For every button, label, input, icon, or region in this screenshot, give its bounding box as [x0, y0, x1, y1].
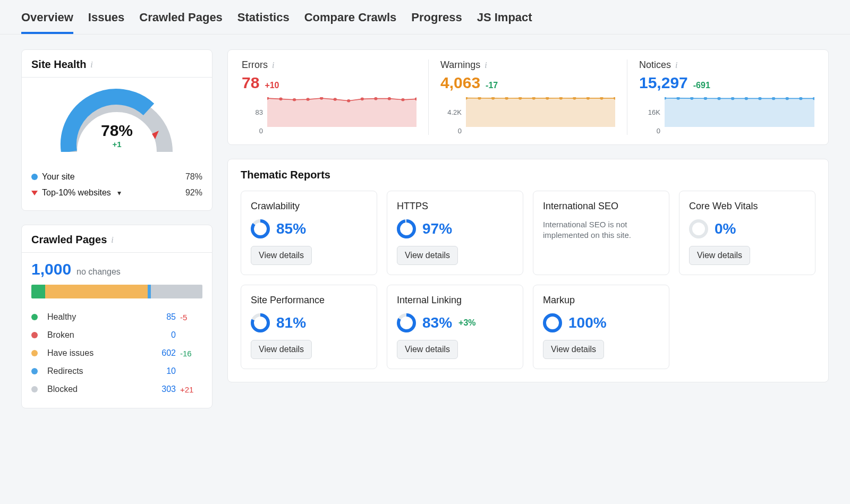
axis-label: 83: [242, 108, 263, 116]
site-health-card: Site Health i 78% +1: [21, 49, 212, 211]
metric-label: Warnings: [440, 59, 480, 71]
crawled-row-name: Broken: [31, 330, 149, 340]
crawled-row-name: Healthy: [31, 312, 149, 322]
svg-point-7: [347, 99, 350, 102]
crawled-row-name: Have issues: [31, 348, 149, 358]
chevron-down-icon: ▾: [117, 189, 121, 197]
tab-compare-crawls[interactable]: Compare Crawls: [304, 11, 397, 34]
crawled-row-count: 602: [149, 348, 176, 358]
donut-icon: [397, 313, 416, 332]
report-percent: 85%: [276, 220, 306, 237]
report-percent: 83%: [422, 314, 452, 331]
bar-segment: [151, 285, 202, 298]
crawled-row-count: 10: [149, 366, 176, 376]
svg-point-4: [306, 98, 309, 101]
axis-label: 0: [440, 127, 462, 135]
crawled-row[interactable]: Redirects10: [31, 362, 202, 380]
crawled-row-delta: +21: [176, 385, 202, 394]
tab-statistics[interactable]: Statistics: [237, 11, 290, 34]
gauge-percent: 78%: [101, 122, 133, 140]
info-icon[interactable]: i: [675, 61, 677, 70]
report-core-web-vitals: Core Web Vitals0%View details: [679, 191, 815, 275]
svg-point-41: [691, 221, 707, 237]
legend-value: 78%: [185, 172, 202, 182]
crawled-row[interactable]: Broken0: [31, 326, 202, 344]
site-health-gauge: 78% +1: [53, 88, 181, 152]
info-icon[interactable]: i: [90, 60, 92, 70]
site-health-title: Site Health: [31, 58, 86, 71]
crawled-note: no changes: [76, 267, 121, 277]
legend-your-site: Your site 78%: [31, 169, 202, 185]
report-title: Site Performance: [251, 295, 367, 306]
axis-label: 0: [639, 127, 660, 135]
crawled-title: Crawled Pages: [31, 234, 107, 246]
metric-warnings[interactable]: Warningsi4,063-174.2K0: [429, 59, 627, 135]
report-https: HTTPS97%View details: [387, 191, 523, 275]
crawled-row[interactable]: Have issues602-16: [31, 344, 202, 362]
svg-point-9: [374, 97, 377, 100]
report-title: HTTPS: [397, 201, 513, 212]
dot-icon: [31, 368, 38, 374]
view-details-button[interactable]: View details: [397, 246, 458, 265]
metric-notices[interactable]: Noticesi15,297-69116K0: [627, 59, 826, 135]
report-message: International SEO is not implemented on …: [543, 219, 659, 240]
crawled-bar: [31, 285, 202, 298]
crawled-row-delta: -5: [176, 313, 202, 322]
axis-label: 0: [242, 127, 263, 135]
view-details-button[interactable]: View details: [397, 340, 458, 359]
report-title: International SEO: [543, 201, 659, 212]
report-site-performance: Site Performance81%View details: [241, 285, 377, 369]
tab-progress[interactable]: Progress: [411, 11, 462, 34]
legend-top10[interactable]: Top-10% websites ▾ 92%: [31, 185, 202, 201]
info-icon[interactable]: i: [484, 61, 487, 70]
svg-point-40: [398, 221, 414, 237]
dot-icon: [31, 332, 38, 338]
donut-icon: [251, 219, 270, 238]
view-details-button[interactable]: View details: [543, 340, 604, 359]
report-percent: 97%: [422, 220, 452, 237]
tab-crawled-pages[interactable]: Crawled Pages: [139, 11, 223, 34]
sparkline: [466, 97, 615, 127]
report-markup: Markup100%View details: [533, 285, 669, 369]
bar-segment: [45, 285, 148, 298]
svg-point-3: [293, 98, 296, 101]
crawled-row-name: Blocked: [31, 385, 149, 394]
view-details-button[interactable]: View details: [689, 246, 750, 265]
report-percent: 81%: [276, 314, 306, 331]
crawled-row-delta: -16: [176, 349, 202, 358]
dot-icon: [31, 314, 38, 320]
top-tabs: OverviewIssuesCrawled PagesStatisticsCom…: [0, 0, 850, 35]
crawled-value[interactable]: 1,000: [31, 260, 71, 278]
view-details-button[interactable]: View details: [251, 340, 312, 359]
donut-icon: [251, 313, 270, 332]
metrics-card: Errorsi78+10830Warningsi4,063-174.2K0Not…: [227, 49, 829, 145]
tab-js-impact[interactable]: JS Impact: [477, 11, 532, 34]
donut-icon: [397, 219, 416, 238]
report-percent: 100%: [568, 314, 607, 331]
thematic-title: Thematic Reports: [228, 159, 828, 187]
report-title: Internal Linking: [397, 295, 513, 306]
crawled-row[interactable]: Blocked303+21: [31, 380, 202, 398]
donut-icon: [689, 219, 708, 238]
report-crawlability: Crawlability85%View details: [241, 191, 377, 275]
report-title: Markup: [543, 295, 659, 306]
crawled-row-count: 0: [149, 330, 176, 340]
legend-value: 92%: [185, 188, 202, 198]
view-details-button[interactable]: View details: [251, 246, 312, 265]
metric-value: 78: [242, 74, 259, 92]
svg-point-8: [361, 98, 364, 101]
info-icon[interactable]: i: [111, 235, 113, 245]
bar-segment: [31, 285, 45, 298]
dot-icon: [31, 386, 38, 392]
crawled-pages-card: Crawled Pages i 1,000 no changes Healthy…: [21, 225, 212, 408]
report-delta: +3%: [458, 318, 475, 328]
tab-overview[interactable]: Overview: [21, 11, 73, 34]
report-percent: 0%: [715, 220, 736, 237]
crawled-row[interactable]: Healthy85-5: [31, 308, 202, 326]
metric-errors[interactable]: Errorsi78+10830: [230, 59, 429, 135]
svg-point-6: [334, 98, 337, 101]
sparkline: [267, 97, 416, 127]
info-icon[interactable]: i: [272, 61, 274, 70]
crawled-row-name: Redirects: [31, 366, 149, 376]
tab-issues[interactable]: Issues: [88, 11, 125, 34]
